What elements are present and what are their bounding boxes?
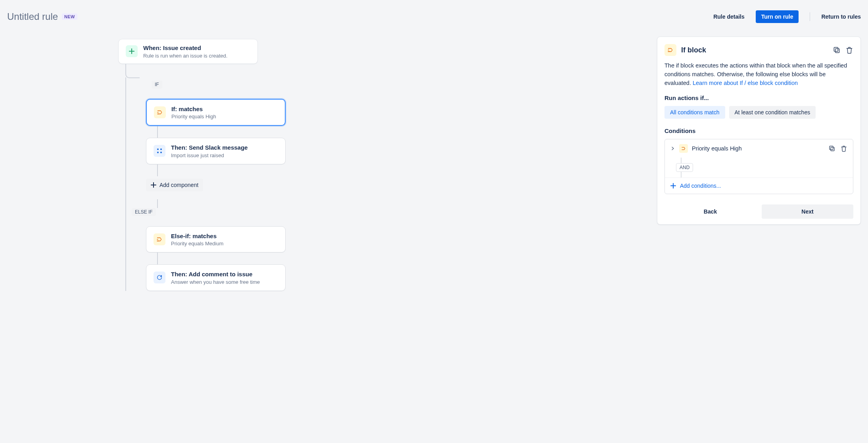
chevron-right-icon xyxy=(670,146,675,151)
add-component-button[interactable]: Add component xyxy=(146,179,203,191)
add-conditions-label: Add conditions... xyxy=(680,183,721,189)
branch-icon xyxy=(664,44,676,56)
connector xyxy=(157,199,649,208)
elseif-subtitle: Priority equals Medium xyxy=(171,241,223,247)
condition-row[interactable]: Priority equals High xyxy=(665,139,853,158)
svg-point-2 xyxy=(157,152,159,153)
panel-actions xyxy=(833,46,853,54)
app-root: Untitled rule NEW Rule details Turn on r… xyxy=(0,0,868,443)
conditions-label: Conditions xyxy=(664,127,853,134)
connector xyxy=(125,64,140,78)
back-button[interactable]: Back xyxy=(664,204,756,219)
trigger-title: When: Issue created xyxy=(143,44,227,52)
panel-head: If block xyxy=(664,44,853,56)
divider xyxy=(810,12,810,21)
copy-icon[interactable] xyxy=(828,145,835,152)
turn-on-rule-button[interactable]: Turn on rule xyxy=(756,10,799,23)
rule-canvas: When: Issue created Rule is run when an … xyxy=(7,37,649,291)
trigger-text: When: Issue created Rule is run when an … xyxy=(143,44,227,59)
and-label: AND xyxy=(676,163,693,172)
plus-icon xyxy=(151,182,156,188)
connector xyxy=(157,164,649,176)
choice-at-least-one[interactable]: At least one condition matches xyxy=(729,106,816,119)
new-badge: NEW xyxy=(62,13,77,20)
plus-icon xyxy=(670,183,676,189)
copy-icon[interactable] xyxy=(833,46,841,54)
then-comment-text: Then: Add comment to issue Answer when y… xyxy=(171,270,260,285)
then-comment-title: Then: Add comment to issue xyxy=(171,270,260,278)
elseif-title: Else-if: matches xyxy=(171,232,223,240)
panel-description: The if block executes the actions within… xyxy=(664,62,853,87)
conditions-box: Priority equals High AND xyxy=(664,139,853,194)
next-button[interactable]: Next xyxy=(762,204,853,219)
learn-more-link[interactable]: Learn more about If / else block conditi… xyxy=(693,80,798,86)
then-slack-text: Then: Send Slack message Import issue ju… xyxy=(171,144,248,158)
plus-icon xyxy=(126,45,138,57)
choice-all-conditions[interactable]: All conditions match xyxy=(664,106,725,119)
main-area: When: Issue created Rule is run when an … xyxy=(7,37,861,291)
elseif-text: Else-if: matches Priority equals Medium xyxy=(171,232,223,247)
branch-icon xyxy=(154,106,166,118)
svg-point-1 xyxy=(160,148,162,150)
trigger-subtitle: Rule is run when an issue is created. xyxy=(143,53,227,59)
if-node-text: If: matches Priority equals High xyxy=(171,105,216,120)
condition-text: Priority equals High xyxy=(692,145,824,152)
then-slack-title: Then: Send Slack message xyxy=(171,144,248,152)
panel-title: If block xyxy=(681,46,706,54)
add-component-label: Add component xyxy=(159,182,198,188)
if-node-title: If: matches xyxy=(171,105,216,113)
elseif-node[interactable]: Else-if: matches Priority equals Medium xyxy=(146,226,286,253)
svg-rect-7 xyxy=(830,146,833,150)
header-left: Untitled rule NEW xyxy=(7,11,77,22)
rule-title[interactable]: Untitled rule xyxy=(7,11,58,22)
then-comment-node[interactable]: Then: Add comment to issue Answer when y… xyxy=(146,264,286,291)
if-node-subtitle: Priority equals High xyxy=(171,114,216,119)
delete-icon[interactable] xyxy=(845,46,853,54)
branch-column: IF If: matches Priority equals High xyxy=(125,77,649,291)
branch-icon xyxy=(154,233,165,245)
page-header: Untitled rule NEW Rule details Turn on r… xyxy=(7,7,861,37)
then-slack-subtitle: Import issue just raised xyxy=(171,152,248,158)
rule-details-link[interactable]: Rule details xyxy=(713,13,745,20)
config-panel: If block The if block executes the actio… xyxy=(657,37,861,225)
branch-icon xyxy=(679,144,688,153)
refresh-icon xyxy=(154,272,165,283)
then-comment-subtitle: Answer when you have some free time xyxy=(171,279,260,285)
match-mode-group: All conditions match At least one condit… xyxy=(664,106,853,119)
if-node[interactable]: If: matches Priority equals High xyxy=(146,99,286,126)
delete-icon[interactable] xyxy=(840,145,847,152)
connector xyxy=(157,126,649,138)
svg-point-3 xyxy=(160,152,162,153)
elseif-band-label: ELSE IF xyxy=(132,208,156,216)
svg-point-0 xyxy=(157,148,159,150)
and-connector: AND xyxy=(665,158,853,177)
then-slack-node[interactable]: Then: Send Slack message Import issue ju… xyxy=(146,138,286,164)
svg-rect-4 xyxy=(835,49,839,53)
add-conditions-button[interactable]: Add conditions... xyxy=(665,177,853,194)
run-actions-label: Run actions if... xyxy=(664,94,853,101)
svg-rect-6 xyxy=(831,147,834,151)
header-right: Rule details Turn on rule Return to rule… xyxy=(713,10,861,23)
trigger-node[interactable]: When: Issue created Rule is run when an … xyxy=(118,39,258,64)
svg-rect-5 xyxy=(834,47,838,51)
if-band-label: IF xyxy=(152,81,162,89)
connector xyxy=(157,252,649,264)
return-to-rules-link[interactable]: Return to rules xyxy=(821,13,861,20)
slack-icon xyxy=(154,145,165,157)
panel-footer: Back Next xyxy=(664,203,853,219)
